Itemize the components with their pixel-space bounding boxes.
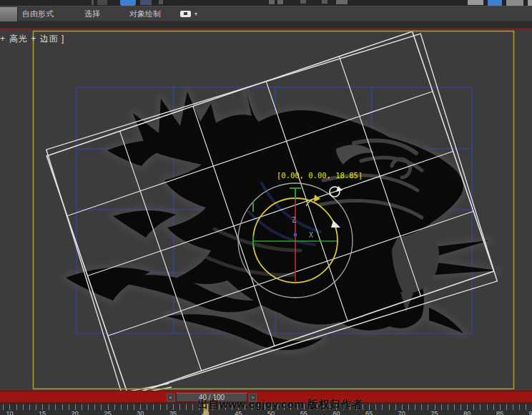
viewport-canvas[interactable]: Z X [0.00, 0.00, 18.85] [0, 30, 532, 391]
tab-selection[interactable]: 选择 [74, 6, 110, 21]
frame-tick [29, 404, 30, 410]
frame-tick [82, 404, 82, 410]
frame-label: 85 [489, 410, 511, 415]
toolbar-button-fragment-active[interactable] [488, 0, 502, 6]
frame-tick [75, 404, 76, 410]
plane-corner-lines [129, 384, 172, 391]
frame-tick [186, 404, 187, 410]
frame-tick [467, 404, 468, 410]
select-object-button-fragment[interactable] [120, 0, 136, 6]
viewport-label-text: 高光 + 边面 ] [9, 34, 64, 44]
toolbar-button-fragment[interactable] [269, 0, 275, 4]
toolbar-button-fragment[interactable] [506, 0, 523, 6]
frame-tick [382, 404, 383, 410]
axis-z-label: Z [292, 216, 296, 224]
frame-tick [519, 404, 520, 410]
toolbar-button-fragment[interactable] [300, 0, 306, 4]
frame-tick [460, 404, 461, 410]
tab-object-paint[interactable]: 对象绘制 [123, 6, 167, 21]
tiger-image [66, 90, 498, 350]
frame-tick [480, 404, 481, 410]
frame-tick [69, 404, 69, 410]
ribbon-collapse-button[interactable] [0, 7, 18, 21]
frame-tick [408, 404, 409, 410]
frame-tick [428, 404, 428, 410]
application-window: 自由形式 选择 对象绘制 ▾ [0, 0, 532, 415]
frame-label: 35 [162, 410, 184, 415]
frame-label: 15 [31, 410, 53, 415]
frame-tick [94, 404, 95, 410]
toolbar-button-fragment[interactable] [92, 0, 94, 5]
frame-tick [441, 404, 442, 410]
frame-tick [23, 404, 24, 410]
viewport[interactable]: Z X [0.00, 0.00, 18.85] +高光 + 边面 ] [0, 30, 532, 391]
frame-tick [487, 404, 488, 410]
frame-label: 25 [97, 410, 119, 415]
frame-tick [389, 404, 390, 410]
toolbar-button-fragment[interactable] [336, 0, 348, 4]
previous-frame-button[interactable]: < [167, 394, 174, 401]
frame-tick [173, 404, 174, 410]
frame-tick [415, 404, 415, 410]
frame-label: 70 [391, 410, 413, 415]
toolbar-button-fragment[interactable] [140, 0, 152, 5]
viewport-display-menu[interactable]: ▾ [179, 9, 202, 20]
frame-tick [88, 404, 89, 410]
frame-label: 20 [64, 410, 86, 415]
main-toolbar-strip [0, 0, 532, 6]
frame-tick [108, 404, 109, 410]
ribbon-lower-strip [0, 21, 532, 28]
frame-tick [153, 404, 154, 410]
viewport-label-prefix: + [0, 34, 6, 44]
frame-tick [121, 404, 122, 410]
tab-freeform[interactable]: 自由形式 [17, 6, 59, 21]
rotation-readout: [0.00, 0.00, 18.85] [277, 171, 363, 180]
frame-tick [147, 404, 147, 410]
frame-tick [167, 404, 167, 410]
frame-tick [16, 404, 17, 410]
frame-tick [62, 404, 63, 410]
viewport-label[interactable]: +高光 + 边面 ] [1, 33, 64, 45]
frame-tick [421, 404, 422, 410]
frame-tick [42, 404, 43, 410]
frame-label: 80 [456, 410, 478, 415]
frame-tick [369, 404, 370, 410]
frame-tick [101, 404, 102, 410]
frame-tick [473, 404, 474, 410]
frame-tick [375, 404, 376, 410]
toolbar-button-fragment[interactable] [277, 0, 283, 4]
frame-label: 10 [0, 410, 20, 415]
toolbar-button-fragment[interactable] [528, 0, 532, 6]
watermark-text: 出自www.cgjoy.com 版权归作者 [197, 398, 363, 411]
frame-tick [160, 404, 161, 410]
frame-tick [9, 404, 10, 410]
frame-tick [526, 404, 526, 410]
frame-tick [36, 404, 36, 410]
ribbon-bar: 自由形式 选择 对象绘制 ▾ [0, 6, 532, 21]
frame-tick [3, 404, 4, 410]
frame-label: 30 [129, 410, 151, 415]
toolbar-button-fragment[interactable] [468, 0, 483, 5]
frame-tick [402, 404, 403, 410]
frame-tick [192, 404, 193, 410]
gizmo-z-dot [294, 233, 297, 236]
frame-tick [454, 404, 455, 410]
toolbar-button-fragment[interactable] [97, 0, 107, 5]
toolbar-button-fragment[interactable] [322, 0, 327, 4]
frame-label: 90 [522, 410, 532, 415]
display-icon [180, 11, 191, 17]
frame-tick [55, 404, 56, 410]
frame-tick [179, 404, 180, 410]
frame-tick [513, 404, 513, 410]
frame-tick [395, 404, 396, 410]
frame-tick [448, 404, 448, 410]
frame-tick [127, 404, 128, 410]
toolbar-button-fragment[interactable] [159, 0, 163, 4]
frame-tick [140, 404, 141, 410]
frame-tick [134, 404, 134, 410]
frame-tick [435, 404, 435, 410]
frame-tick [493, 404, 494, 410]
frame-label: 75 [424, 410, 445, 415]
frame-tick [49, 404, 49, 410]
chevron-down-icon: ▾ [194, 11, 197, 18]
